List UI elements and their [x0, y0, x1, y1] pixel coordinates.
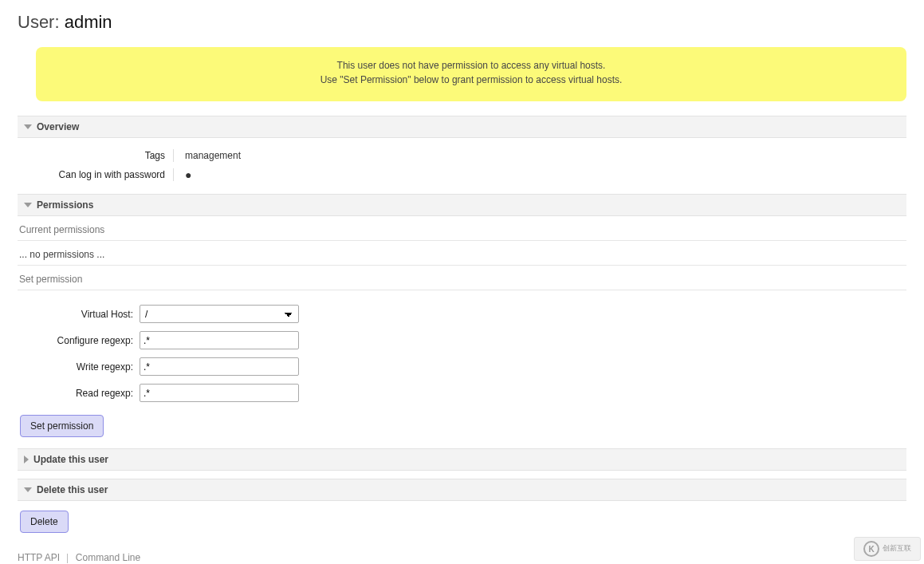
- section-header-update-label: Update this user: [33, 454, 108, 465]
- section-header-overview-label: Overview: [37, 121, 79, 132]
- configure-regexp-input[interactable]: [140, 331, 299, 349]
- overview-login-value: ●: [185, 171, 191, 179]
- write-regexp-input[interactable]: [140, 357, 299, 376]
- chevron-down-icon: [24, 203, 32, 207]
- overview-login-label: Can log in with password: [18, 169, 173, 180]
- set-permission-form: Virtual Host: / Configure regexp: Write …: [18, 305, 906, 402]
- page-title: User: admin: [0, 0, 924, 41]
- warning-line-2: Use "Set Permission" below to grant perm…: [36, 73, 906, 87]
- page-title-name: admin: [65, 12, 112, 32]
- current-permissions-header: Current permissions: [18, 216, 906, 241]
- overview-tags-label: Tags: [18, 150, 173, 161]
- command-line-link[interactable]: Command Line: [76, 552, 140, 563]
- vhost-label: Virtual Host:: [18, 309, 133, 320]
- write-regexp-label: Write regexp:: [18, 361, 133, 373]
- chevron-right-icon: [24, 456, 29, 463]
- section-header-overview[interactable]: Overview: [18, 116, 906, 138]
- watermark-logo-icon: K: [863, 541, 879, 557]
- overview-tags-value: management: [173, 149, 241, 162]
- section-header-delete[interactable]: Delete this user: [18, 479, 906, 501]
- overview-row-login: Can log in with password ●: [18, 165, 906, 184]
- section-header-delete-label: Delete this user: [37, 484, 108, 495]
- section-header-permissions[interactable]: Permissions: [18, 194, 906, 216]
- footer-links: HTTP API Command Line: [18, 552, 924, 563]
- watermark: K 创新互联: [854, 537, 921, 561]
- chevron-down-icon: [24, 487, 32, 492]
- http-api-link[interactable]: HTTP API: [18, 552, 60, 563]
- watermark-text: 创新互联: [883, 545, 911, 553]
- page-title-prefix: User:: [18, 12, 65, 32]
- read-regexp-label: Read regexp:: [18, 388, 133, 399]
- warning-line-1: This user does not have permission to ac…: [36, 58, 906, 73]
- footer-separator: [67, 554, 68, 563]
- section-header-update[interactable]: Update this user: [18, 448, 906, 471]
- warning-banner: This user does not have permission to ac…: [36, 47, 906, 101]
- vhost-select[interactable]: /: [140, 305, 299, 323]
- overview-row-tags: Tags management: [18, 146, 906, 165]
- no-permissions-text: ... no permissions ...: [18, 241, 906, 266]
- chevron-down-icon: [24, 124, 32, 129]
- set-permission-header: Set permission: [18, 266, 906, 290]
- set-permission-button[interactable]: Set permission: [20, 415, 104, 437]
- configure-regexp-label: Configure regexp:: [18, 335, 133, 346]
- read-regexp-input[interactable]: [140, 384, 299, 402]
- overview-table: Tags management Can log in with password…: [18, 146, 906, 184]
- delete-button[interactable]: Delete: [20, 511, 69, 533]
- section-header-permissions-label: Permissions: [37, 199, 93, 211]
